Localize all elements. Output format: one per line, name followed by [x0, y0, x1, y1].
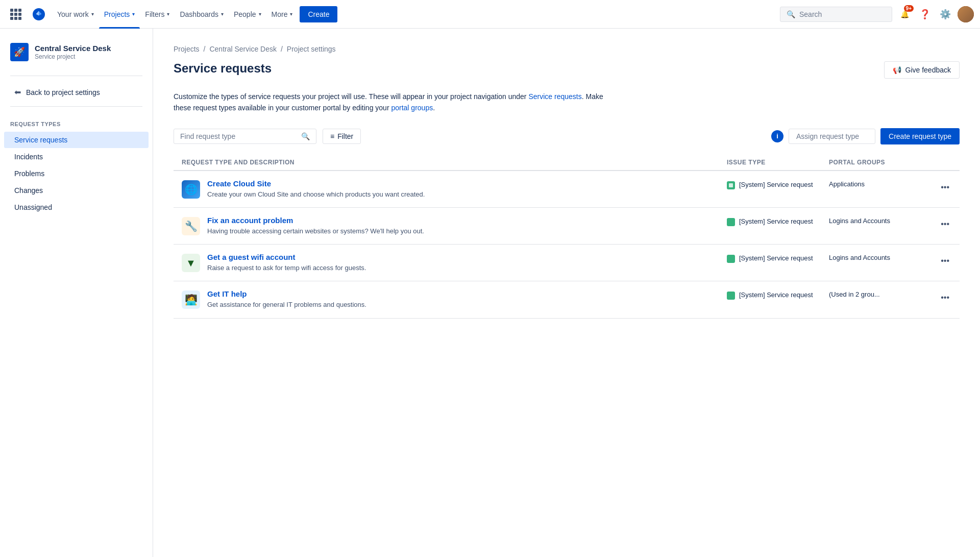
create-button[interactable]: Create [300, 6, 337, 22]
sidebar-item-unassigned[interactable]: Unassigned [4, 199, 149, 215]
search-field-icon: 🔍 [301, 132, 310, 140]
avatar-image [958, 6, 974, 22]
req-desc-3: Get assistance for general IT problems a… [207, 300, 366, 309]
breadcrumb-projects[interactable]: Projects [174, 45, 200, 53]
nav-dashboards[interactable]: Dashboards ▾ [175, 0, 229, 29]
col-header-portal-groups: Portal groups [829, 159, 931, 166]
sidebar-item-problems[interactable]: Problems [4, 165, 149, 182]
toolbar-right: i Assign request type Create request typ… [771, 128, 960, 144]
app-layout: 🚀 Central Service Desk Service project ⬅… [0, 29, 980, 557]
create-request-type-button[interactable]: Create request type [880, 128, 960, 144]
req-icon-3: 🧑‍💻 [182, 290, 200, 309]
table-row: 🌐 Create Cloud Site Create your own Clou… [174, 171, 960, 208]
user-avatar[interactable] [958, 6, 974, 22]
portal-groups-link[interactable]: portal groups [391, 104, 433, 112]
sidebar: 🚀 Central Service Desk Service project ⬅… [0, 29, 153, 557]
issue-type-cell-2: [System] Service request [727, 253, 829, 263]
actions-cell-2: ••• [931, 253, 951, 267]
page-title: Service requests [174, 61, 272, 76]
req-name-0[interactable]: Create Cloud Site [207, 179, 425, 188]
service-requests-link[interactable]: Service requests [528, 92, 581, 101]
req-icon-1: 🔧 [182, 217, 200, 235]
help-icon: ❓ [919, 9, 930, 20]
issue-label-3: [System] Service request [739, 290, 813, 300]
sidebar-divider-2 [10, 106, 142, 107]
nav-filters[interactable]: Filters ▾ [140, 0, 175, 29]
back-arrow-icon: ⬅ [14, 87, 21, 97]
col-header-request-type: Request type and description [182, 159, 727, 166]
notification-badge: 9+ [904, 5, 914, 12]
search-box[interactable]: 🔍 Search [780, 7, 892, 22]
more-actions-button-0[interactable]: ••• [939, 181, 951, 193]
find-request-type-input[interactable] [180, 132, 297, 140]
table-row: 🧑‍💻 Get IT help Get assistance for gener… [174, 281, 960, 318]
svg-rect-0 [729, 183, 733, 187]
issue-type-cell-0: [System] Service request [727, 179, 829, 189]
projects-chevron: ▾ [132, 11, 135, 17]
apps-grid-button[interactable] [6, 5, 26, 24]
filter-button[interactable]: ≡ Filter [323, 129, 361, 144]
people-chevron: ▾ [259, 11, 261, 17]
notifications-button[interactable]: 🔔 9+ [896, 6, 913, 22]
more-actions-button-3[interactable]: ••• [939, 292, 951, 304]
sidebar-divider [10, 76, 142, 76]
req-type-cell-0: 🌐 Create Cloud Site Create your own Clou… [182, 179, 727, 199]
find-request-type-field[interactable]: 🔍 [174, 129, 316, 144]
give-feedback-button[interactable]: 📢 Give feedback [884, 61, 960, 79]
col-header-actions [931, 159, 951, 166]
sidebar-item-service-requests[interactable]: Service requests [4, 132, 149, 148]
project-icon: 🚀 [10, 43, 29, 61]
req-name-3[interactable]: Get IT help [207, 289, 366, 298]
portal-cell-1: Logins and Accounts [829, 216, 931, 225]
info-icon[interactable]: i [771, 130, 783, 142]
nav-items: Your work ▾ Projects ▾ Filters ▾ Dashboa… [52, 0, 298, 29]
req-name-2[interactable]: Get a guest wifi account [207, 253, 366, 261]
more-actions-button-2[interactable]: ••• [939, 255, 951, 267]
table-row: ▼ Get a guest wifi account Raise a reque… [174, 245, 960, 281]
portal-cell-3: (Used in 2 grou... [829, 289, 931, 298]
project-type: Service project [35, 53, 111, 60]
table-row: 🔧 Fix an account problem Having trouble … [174, 208, 960, 245]
actions-cell-3: ••• [931, 289, 951, 304]
page-description: Customize the types of service requests … [174, 91, 612, 114]
table-header: Request type and description Issue type … [174, 155, 960, 171]
req-desc-0: Create your own Cloud Site and choose wh… [207, 190, 425, 199]
assign-request-type-field[interactable]: Assign request type [789, 129, 875, 144]
req-name-1[interactable]: Fix an account problem [207, 216, 424, 225]
your-work-chevron: ▾ [91, 11, 94, 17]
breadcrumb: Projects / Central Service Desk / Projec… [174, 45, 960, 53]
actions-cell-1: ••• [931, 216, 951, 230]
request-types-section-label: REQUEST TYPES [0, 113, 153, 131]
issue-type-icon-0 [727, 181, 735, 189]
nav-people[interactable]: People ▾ [229, 0, 266, 29]
req-info-0: Create Cloud Site Create your own Cloud … [207, 179, 425, 199]
sidebar-project: 🚀 Central Service Desk Service project [0, 37, 153, 71]
req-icon-2: ▼ [182, 254, 200, 272]
req-icon-0: 🌐 [182, 180, 200, 199]
back-to-settings-link[interactable]: ⬅ Back to project settings [4, 82, 149, 102]
topnav-right: 🔍 Search 🔔 9+ ❓ ⚙️ [780, 6, 974, 22]
search-icon: 🔍 [787, 10, 795, 18]
help-button[interactable]: ❓ [917, 6, 933, 22]
issue-label-2: [System] Service request [739, 254, 813, 263]
portal-cell-2: Logins and Accounts [829, 253, 931, 261]
more-actions-button-1[interactable]: ••• [939, 218, 951, 230]
megaphone-icon: 📢 [893, 66, 901, 74]
sidebar-item-changes[interactable]: Changes [4, 182, 149, 199]
req-desc-2: Raise a request to ask for temp wifi acc… [207, 263, 366, 273]
nav-your-work[interactable]: Your work ▾ [52, 0, 99, 29]
issue-type-icon-1 [727, 218, 735, 226]
nav-more[interactable]: More ▾ [266, 0, 298, 29]
issue-type-cell-1: [System] Service request [727, 216, 829, 226]
jira-logo[interactable] [32, 7, 46, 21]
nav-projects[interactable]: Projects ▾ [99, 0, 140, 29]
breadcrumb-central-service-desk[interactable]: Central Service Desk [209, 45, 277, 53]
req-info-2: Get a guest wifi account Raise a request… [207, 253, 366, 273]
filter-icon: ≡ [330, 132, 334, 140]
settings-button[interactable]: ⚙️ [937, 6, 953, 22]
issue-type-icon-2 [727, 255, 735, 263]
issue-type-cell-3: [System] Service request [727, 289, 829, 300]
req-type-cell-2: ▼ Get a guest wifi account Raise a reque… [182, 253, 727, 273]
sidebar-item-incidents[interactable]: Incidents [4, 149, 149, 165]
toolbar: 🔍 ≡ Filter i Assign request type Create … [174, 128, 960, 144]
